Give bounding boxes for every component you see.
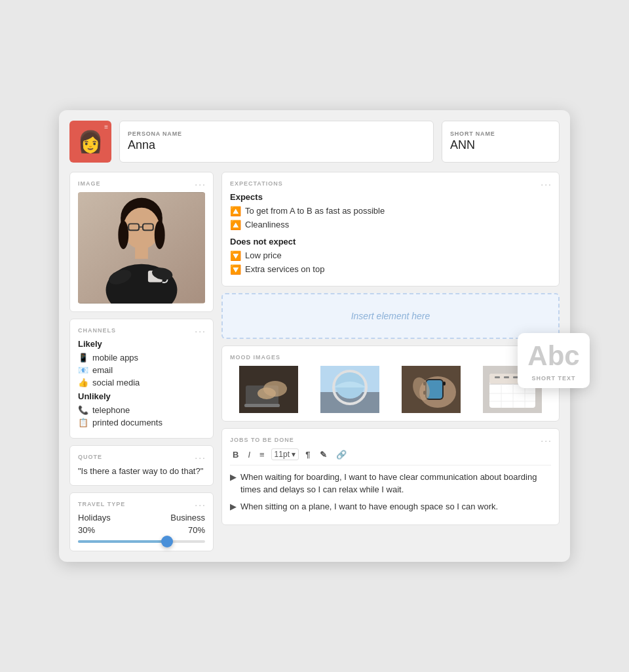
travel-left-percent: 30% xyxy=(78,525,95,535)
channel-item: 📞telephone xyxy=(78,405,205,415)
quote-menu-icon[interactable]: ··· xyxy=(195,452,206,463)
insert-element-panel[interactable]: Insert element here xyxy=(221,293,560,339)
mood-images-grid xyxy=(230,366,551,413)
job-item-1: ▶ When waiting for boarding, I want to h… xyxy=(230,471,551,496)
jobs-toolbar: B I ≡ 11pt ▾ ¶ ✎ 🔗 xyxy=(230,448,551,465)
travel-panel: TRAVEL TYPE ··· Holidays Business 30% 70… xyxy=(69,492,214,551)
image-panel-label: IMAGE xyxy=(78,180,205,187)
expectations-menu-icon[interactable]: ··· xyxy=(541,179,552,189)
svg-rect-16 xyxy=(244,404,280,407)
channel-docs-label: printed documents xyxy=(92,418,162,427)
italic-button[interactable]: I xyxy=(245,448,253,461)
channel-item: 👍social media xyxy=(78,378,205,387)
job-item-2: ▶ When sitting on a plane, I want to hav… xyxy=(230,500,551,513)
channels-menu-icon[interactable]: ··· xyxy=(195,326,206,336)
quote-label: QUOTE xyxy=(78,454,205,460)
job-text-2: When sitting on a plane, I want to have … xyxy=(240,500,498,513)
channels-label: CHANNELS xyxy=(78,327,205,334)
main-card: 👩 ≡ PERSONA NAME Anna SHORT NAME ANN IMA… xyxy=(59,110,570,562)
travel-label: TRAVEL TYPE xyxy=(78,501,205,507)
travel-menu-icon[interactable]: ··· xyxy=(195,500,206,510)
mood-image-3 xyxy=(392,366,470,413)
channel-item: 📧email xyxy=(78,365,205,375)
svg-point-18 xyxy=(257,387,276,399)
travel-left-label: Holidays xyxy=(78,513,111,523)
arrow-icon-1: ▶ xyxy=(230,471,237,496)
does-not-expect-title: Does not expect xyxy=(230,237,551,247)
pencil-button[interactable]: ✎ xyxy=(317,448,330,461)
expect-down-icon2: 🔽 xyxy=(230,264,241,275)
right-column: EXPECTATIONS ··· Expects 🔼 To get from A… xyxy=(221,172,560,551)
not-expect-item: 🔽 Extra services on top xyxy=(230,264,551,275)
persona-image xyxy=(78,192,205,304)
slider-fill xyxy=(78,540,167,543)
jobs-panel: JOBS TO BE DONE ··· B I ≡ 11pt ▾ ¶ ✎ 🔗 ▶… xyxy=(221,428,560,526)
persona-name-value: Anna xyxy=(128,138,425,152)
mood-image-2 xyxy=(311,366,389,413)
email-icon: 📧 xyxy=(78,365,88,375)
svg-rect-10 xyxy=(135,246,148,259)
expectations-label: EXPECTATIONS xyxy=(230,180,551,187)
not-expect-item-2: Extra services on top xyxy=(245,264,324,274)
jobs-menu-icon[interactable]: ··· xyxy=(541,435,552,446)
shorttext-card[interactable]: Abc SHORT TEXT xyxy=(518,333,590,388)
image-panel: IMAGE ··· xyxy=(69,172,214,312)
font-size-select[interactable]: 11pt ▾ xyxy=(271,448,299,460)
expect-item: 🔼 Cleanliness xyxy=(230,220,551,230)
travel-right-label: Business xyxy=(170,513,205,523)
expectations-panel: EXPECTATIONS ··· Expects 🔼 To get from A… xyxy=(221,172,560,287)
jobs-label: JOBS TO BE DONE xyxy=(230,437,551,443)
channel-mobile-label: mobile apps xyxy=(92,353,138,363)
not-expect-item: 🔽 Low price xyxy=(230,250,551,261)
svg-point-5 xyxy=(155,220,165,249)
bold-button[interactable]: B xyxy=(230,448,241,461)
job-text-1: When waiting for boarding, I want to hav… xyxy=(240,471,551,496)
mood-image-1 xyxy=(230,366,307,413)
persona-name-field[interactable]: PERSONA NAME Anna xyxy=(119,121,434,163)
social-icon: 👍 xyxy=(78,378,88,387)
persona-name-label: PERSONA NAME xyxy=(128,130,425,137)
arrow-icon-2: ▶ xyxy=(230,500,237,513)
expect-item-1: To get from A to B as fast as possible xyxy=(245,206,385,216)
link-button[interactable]: 🔗 xyxy=(334,448,349,461)
short-name-value: ANN xyxy=(450,138,551,152)
avatar: 👩 ≡ xyxy=(69,121,111,163)
likely-title: Likely xyxy=(78,339,205,349)
mood-images-label: MOOD IMAGES xyxy=(230,354,551,361)
hamburger-icon[interactable]: ≡ xyxy=(104,123,109,130)
left-column: IMAGE ··· xyxy=(69,172,214,551)
paragraph-button[interactable]: ¶ xyxy=(303,448,313,461)
image-menu-icon[interactable]: ··· xyxy=(195,179,206,189)
header: 👩 ≡ PERSONA NAME Anna SHORT NAME ANN xyxy=(69,121,560,163)
phone-icon: 📞 xyxy=(78,405,88,415)
unlikely-title: Unlikely xyxy=(78,391,205,401)
shorttext-label: SHORT TEXT xyxy=(525,375,582,382)
expect-item: 🔼 To get from A to B as fast as possible xyxy=(230,206,551,216)
travel-slider[interactable] xyxy=(78,540,205,543)
svg-rect-30 xyxy=(443,382,446,385)
svg-rect-37 xyxy=(504,376,509,378)
svg-point-4 xyxy=(118,220,128,249)
svg-rect-36 xyxy=(495,376,500,378)
expect-up-icon: 🔼 xyxy=(230,220,241,230)
channel-item: 📱mobile apps xyxy=(78,353,205,363)
expect-item-2: Cleanliness xyxy=(245,220,289,229)
mobile-icon: 📱 xyxy=(78,353,88,363)
slider-thumb[interactable] xyxy=(161,536,173,547)
quote-panel: QUOTE ··· "Is there a faster way to do t… xyxy=(69,445,214,486)
channel-email-label: email xyxy=(92,365,113,375)
channels-panel: CHANNELS ··· Likely 📱mobile apps 📧email … xyxy=(69,319,214,439)
expects-title: Expects xyxy=(230,192,551,202)
quote-text: "Is there a faster way to do that?" xyxy=(78,465,205,477)
travel-right-percent: 70% xyxy=(188,525,205,535)
mood-images-panel: MOOD IMAGES ··· xyxy=(221,346,560,422)
expect-up-icon: 🔼 xyxy=(230,206,241,216)
short-name-field[interactable]: SHORT NAME ANN xyxy=(442,121,560,163)
channel-social-label: social media xyxy=(92,378,140,387)
not-expect-item-1: Low price xyxy=(245,250,282,260)
main-grid: IMAGE ··· xyxy=(69,172,560,551)
list-button[interactable]: ≡ xyxy=(257,448,267,461)
shorttext-abc: Abc xyxy=(525,342,582,370)
short-name-label: SHORT NAME xyxy=(450,130,551,137)
expect-down-icon: 🔽 xyxy=(230,250,241,261)
